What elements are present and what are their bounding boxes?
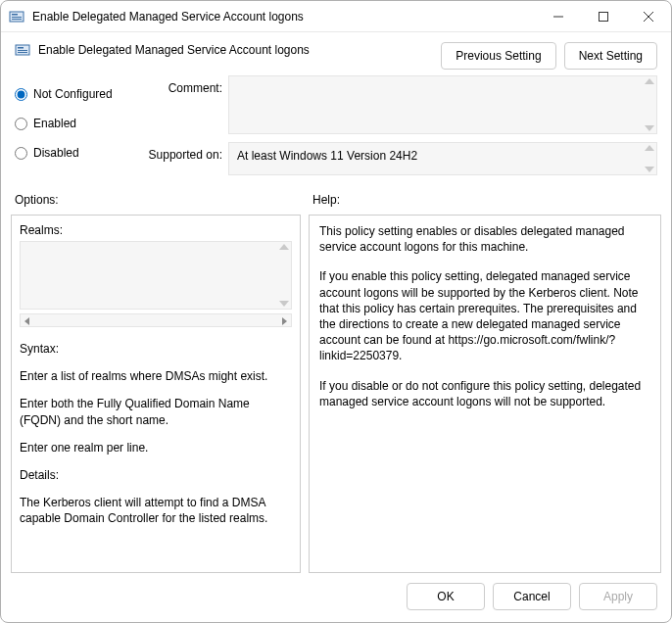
cancel-button[interactable]: Cancel [493,583,571,610]
scroll-down-icon[interactable] [645,167,654,172]
realms-label: Realms: [20,223,292,237]
help-paragraph-1: This policy setting enables or disables … [319,223,650,255]
svg-rect-11 [18,52,27,53]
state-row: Not Configured Enabled Disabled Comment:… [1,70,671,175]
options-panel: Realms: Syntax: Enter a list of realms w… [11,215,301,573]
radio-enabled[interactable]: Enabled [15,117,132,130]
syntax-line-2: Enter both the Fully Qualified Domain Na… [20,396,292,427]
help-paragraph-3: If you disable or do not configure this … [319,378,650,409]
radio-not-configured-label: Not Configured [33,87,113,101]
ok-button[interactable]: OK [407,583,485,610]
details-line-1: The Kerberos client will attempt to find… [20,495,292,526]
scroll-up-icon[interactable] [645,78,654,84]
scroll-up-icon[interactable] [279,244,289,250]
supported-on-label: Supported on: [144,142,228,175]
svg-rect-5 [600,13,608,22]
radio-disabled-input[interactable] [15,147,27,160]
scroll-up-icon[interactable] [645,145,654,151]
state-radios: Not Configured Enabled Disabled [15,75,132,175]
footer-buttons: OK Cancel Apply [1,573,671,622]
radio-enabled-input[interactable] [15,118,27,130]
svg-rect-10 [18,50,27,51]
previous-setting-button[interactable]: Previous Setting [441,42,555,70]
header-row: Enable Delegated Managed Service Account… [1,32,671,70]
close-button[interactable] [626,1,671,32]
options-label: Options: [15,193,299,207]
next-setting-button[interactable]: Next Setting [564,42,657,70]
details-label: Details: [20,467,292,483]
radio-disabled-label: Disabled [33,146,79,160]
scroll-left-icon[interactable] [24,317,29,325]
radio-not-configured-input[interactable] [15,88,27,101]
help-panel: This policy setting enables or disables … [309,215,661,573]
supported-on-value: At least Windows 11 Version 24H2 [237,149,417,163]
panels: Realms: Syntax: Enter a list of realms w… [1,209,671,573]
policy-icon [9,9,24,24]
comment-label: Comment: [144,75,228,134]
window-controls [536,1,671,31]
help-label: Help: [312,193,340,207]
svg-rect-3 [12,19,22,20]
help-paragraph-2: If you enable this policy setting, deleg… [319,268,650,363]
radio-not-configured[interactable]: Not Configured [15,87,132,101]
svg-rect-2 [12,17,22,18]
radio-disabled[interactable]: Disabled [15,146,132,160]
comment-textarea[interactable] [228,75,657,134]
minimize-button[interactable] [536,1,581,32]
scroll-down-icon[interactable] [279,301,289,307]
scroll-right-icon[interactable] [282,317,287,325]
svg-rect-9 [18,47,24,49]
setting-title: Enable Delegated Managed Service Account… [38,43,310,57]
syntax-label: Syntax: [20,341,292,357]
apply-button[interactable]: Apply [579,583,657,610]
window-title: Enable Delegated Managed Service Account… [32,10,536,24]
supported-on-value-box: At least Windows 11 Version 24H2 [228,142,657,175]
syntax-line-1: Enter a list of realms where DMSAs might… [20,368,292,384]
svg-rect-1 [12,14,18,16]
radio-enabled-label: Enabled [33,117,76,130]
realms-listbox[interactable] [20,241,292,310]
maximize-button[interactable] [581,1,626,32]
policy-icon [15,42,30,58]
titlebar: Enable Delegated Managed Service Account… [1,1,671,32]
syntax-line-3: Enter one realm per line. [20,440,292,455]
section-labels: Options: Help: [1,175,671,209]
realms-hscrollbar[interactable] [20,313,292,327]
scroll-down-icon[interactable] [645,125,654,131]
